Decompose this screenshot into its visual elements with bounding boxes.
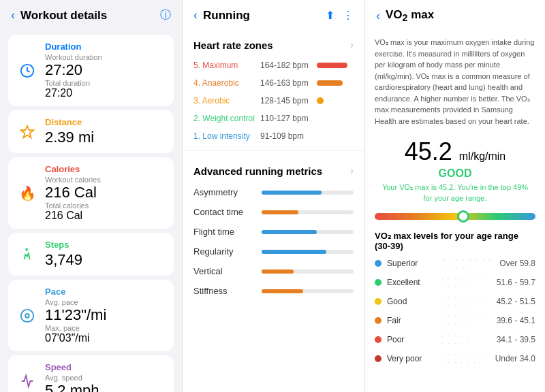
- zone4-name: 4. Anaerobic: [193, 78, 255, 88]
- contact-time-row: Contact time: [183, 202, 364, 222]
- superior-range: Over 59.8: [499, 259, 535, 268]
- distance-value: 2.39 mi: [45, 129, 164, 146]
- poor-dot: [375, 336, 382, 343]
- zone1-range: 91-109 bpm: [260, 131, 311, 141]
- poor-range: 34.1 - 39.5: [497, 335, 535, 344]
- distance-card[interactable]: Distance 2.39 mi: [8, 110, 174, 153]
- info-icon[interactable]: ⓘ: [160, 8, 171, 22]
- zone4-bar: [317, 80, 343, 86]
- vo2-unit: ml/kg/min: [459, 150, 505, 162]
- distance-icon: [18, 122, 37, 142]
- zone3-name: 3. Aerobic: [193, 96, 255, 105]
- hr-zone-1: 1. Low intensity 91-109 bpm: [183, 127, 364, 145]
- vo2-rating: GOOD: [365, 167, 545, 180]
- very-poor-range: Under 34.0: [495, 354, 535, 363]
- asymmetry-row: Asymmetry: [183, 182, 364, 202]
- workout-cal-label: Workout calories: [45, 176, 164, 184]
- pace-label: Pace: [45, 287, 164, 297]
- duration-label: Duration: [45, 42, 164, 52]
- flight-time-bar-bg: [262, 230, 354, 234]
- running-back-button[interactable]: ‹: [193, 8, 198, 22]
- running-title: Running: [203, 9, 326, 22]
- pace-icon: [18, 306, 37, 325]
- mid-header: ‹ Running ⬆ ⋮: [183, 0, 364, 31]
- workout-details-panel: ‹ Workout details ⓘ Duration Workout dur…: [0, 0, 183, 392]
- pace-card[interactable]: Pace Avg. pace 11'23"/mi Max. pace 07'03…: [8, 280, 174, 351]
- vo2-header: ‹ VO2 max: [365, 0, 545, 31]
- vertical-row: Vertical: [183, 261, 364, 281]
- regularity-label: Regularity: [193, 246, 255, 257]
- svg-point-3: [25, 314, 29, 318]
- speed-card[interactable]: Speed Avg. speed 5.2 mph: [8, 355, 174, 392]
- good-label: Good: [387, 297, 436, 306]
- excellent-label: Excellent: [387, 278, 436, 287]
- zone2-range: 110-127 bpm: [260, 114, 311, 123]
- good-range: 45.2 - 51.5: [497, 297, 535, 306]
- vo2-levels-title: VO₂ max levels for your age range (30-39…: [365, 227, 545, 254]
- calories-icon: 🔥: [18, 184, 37, 203]
- stiffness-bar-bg: [262, 289, 354, 293]
- hr-zones-chevron: ›: [350, 39, 354, 51]
- fair-dot: [375, 317, 382, 324]
- contact-time-bar-fill: [262, 210, 298, 214]
- fair-label: Fair: [387, 316, 436, 325]
- poor-label: Poor: [387, 335, 436, 344]
- regularity-bar-fill: [262, 250, 326, 254]
- zone3-range: 128-145 bpm: [260, 96, 311, 105]
- contact-time-bar-bg: [262, 210, 354, 214]
- calories-card[interactable]: 🔥 Calories Workout calories 216 Cal Tota…: [8, 157, 174, 229]
- total-cal-label: Total calories: [45, 201, 164, 210]
- hr-zone-4: 4. Anaerobic 146-163 bpm: [183, 74, 364, 92]
- zone5-name: 5. Maximum: [193, 61, 255, 70]
- gradient-bar-container: [365, 210, 545, 227]
- steps-card[interactable]: Steps 3,749: [8, 233, 174, 276]
- duration-card[interactable]: Duration Workout duration 27:20 Total du…: [8, 35, 174, 106]
- asymmetry-bar-fill: [262, 191, 322, 195]
- avg-speed-label: Avg. speed: [45, 374, 164, 382]
- gradient-indicator: [457, 210, 469, 223]
- vertical-bar-fill: [262, 270, 294, 274]
- hr-zone-3: 3. Aerobic 128-145 bpm: [183, 92, 364, 110]
- vo2-value: 45.2 ml/kg/min: [365, 129, 545, 167]
- more-icon[interactable]: ⋮: [343, 9, 354, 22]
- level-good: Good · · · · · · · · · · · · · 45.2 - 51…: [365, 292, 545, 311]
- regularity-bar-bg: [262, 250, 354, 254]
- hr-zone-2: 2. Weight control 110-127 bpm: [183, 110, 364, 127]
- calories-label: Calories: [45, 164, 164, 174]
- zone4-range: 146-163 bpm: [260, 78, 311, 88]
- total-duration-value: 27:20: [45, 87, 164, 99]
- steps-icon: [18, 245, 37, 264]
- vo2-title: VO2 max: [386, 8, 534, 23]
- vo2-rating-desc: Your VO₂ max is 45.2. You're in the top …: [365, 182, 545, 203]
- back-button[interactable]: ‹: [11, 8, 15, 22]
- zone5-bar: [317, 63, 347, 68]
- stiffness-bar-fill: [262, 289, 303, 293]
- left-header: ‹ Workout details ⓘ: [0, 0, 182, 31]
- zone3-bar: [317, 97, 324, 104]
- calories-value: 216 Cal: [45, 184, 164, 201]
- zone1-name: 1. Low intensity: [193, 131, 255, 141]
- hr-zones-header[interactable]: Heart rate zones ›: [183, 31, 364, 56]
- max-pace-value: 07'03"/mi: [45, 332, 164, 344]
- stiffness-label: Stiffness: [193, 286, 255, 296]
- flight-time-row: Flight time: [183, 222, 364, 242]
- adv-metrics-header[interactable]: Advanced running metrics ›: [183, 157, 364, 182]
- svg-marker-1: [21, 125, 33, 137]
- excellent-dot: [375, 279, 382, 286]
- vo2-description: VO₂ max is your maximum oxygen intake du…: [365, 31, 545, 129]
- contact-time-label: Contact time: [193, 207, 255, 217]
- gradient-bar: [375, 213, 535, 220]
- vo2-back-button[interactable]: ‹: [376, 9, 380, 23]
- steps-value: 3,749: [45, 251, 164, 269]
- divider: [183, 150, 364, 151]
- zone2-name: 2. Weight control: [193, 114, 255, 123]
- very-poor-dot: [375, 355, 382, 362]
- max-pace-label: Max. pace: [45, 324, 164, 332]
- asymmetry-bar-bg: [262, 191, 354, 195]
- level-fair: Fair · · · · · · · · · · · · · 39.6 - 45…: [365, 311, 545, 330]
- left-title: Workout details: [20, 9, 160, 22]
- vertical-bar-bg: [262, 270, 354, 274]
- zone5-range: 164-182 bpm: [260, 61, 311, 70]
- level-very-poor: Very poor · · · · · · · · · · · · · Unde…: [365, 349, 545, 368]
- share-icon[interactable]: ⬆: [326, 9, 334, 22]
